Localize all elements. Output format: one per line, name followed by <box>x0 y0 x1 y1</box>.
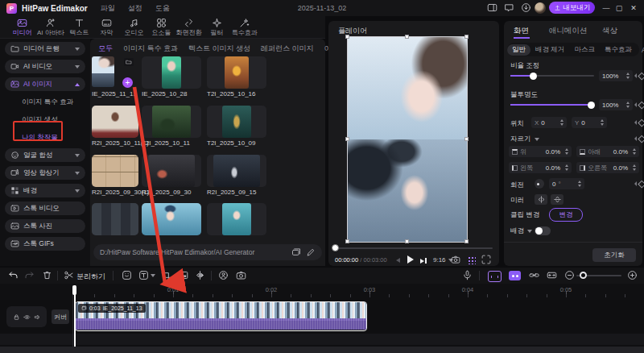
rotate-dial[interactable] <box>535 179 544 189</box>
output-path-bar[interactable]: D:/HitPaw Software/HitPaw Edimakor/AI Ge… <box>93 244 322 260</box>
menu-help[interactable]: 도움 <box>155 3 170 14</box>
cover-button[interactable]: 커버 <box>52 309 69 324</box>
maximize-button[interactable]: ▢ <box>613 0 625 16</box>
prev-frame-icon[interactable] <box>396 258 400 263</box>
background-toggle[interactable] <box>535 226 551 235</box>
ribbon-tab-text[interactable]: 텍스트 <box>67 16 92 37</box>
crop-label[interactable]: 자르기 <box>510 135 539 144</box>
library-item[interactable] <box>207 155 266 187</box>
sidebar-item-video-enhancer[interactable]: 영상 향상기 <box>5 166 85 180</box>
sidebar-item-ai-image[interactable]: AI 이미지 <box>5 77 85 91</box>
library-item[interactable] <box>207 203 266 235</box>
mirror-tool-icon[interactable] <box>195 270 205 280</box>
library-item[interactable] <box>207 56 266 89</box>
selection-handle[interactable] <box>464 35 469 39</box>
menu-settings[interactable]: 설정 <box>128 3 142 14</box>
minimize-button[interactable]: — <box>601 0 612 16</box>
selection-handle[interactable] <box>345 35 349 39</box>
library-item-selected[interactable]: + <box>92 56 138 89</box>
stepper-icon[interactable] <box>578 181 581 187</box>
selection-handle[interactable] <box>345 137 349 141</box>
zoom-out-icon[interactable] <box>564 270 575 280</box>
subtab-ai[interactable]: AI <box>637 46 644 54</box>
magnet-snap-icon[interactable] <box>509 271 521 280</box>
avatar-tool-icon[interactable] <box>218 270 229 280</box>
play-button[interactable] <box>407 255 414 264</box>
stepper-icon[interactable] <box>626 102 630 108</box>
change-clip-button[interactable]: 변경 <box>549 208 583 222</box>
player-scrubber[interactable] <box>335 247 493 249</box>
library-item[interactable] <box>142 56 201 89</box>
open-folder-icon[interactable] <box>291 247 301 257</box>
close-button[interactable]: ✕ <box>628 0 639 16</box>
subtab-mask[interactable]: 마스크 <box>569 45 600 55</box>
reset-button[interactable]: 초기화 <box>592 248 636 262</box>
crop-top-box[interactable]: 위 0.0% <box>509 146 572 157</box>
stepper-icon[interactable] <box>565 164 568 171</box>
sidebar-item-media-bank[interactable]: 미디어 은행 <box>5 42 85 56</box>
library-item[interactable] <box>142 106 201 138</box>
undo-icon[interactable] <box>8 270 19 280</box>
crop-bottom-box[interactable]: 아래 0.0% <box>576 146 639 157</box>
grid-overlay-icon[interactable] <box>467 255 476 264</box>
sticker-icon[interactable] <box>122 270 132 280</box>
empty-track-lane[interactable] <box>0 334 644 345</box>
preview-canvas[interactable] <box>348 37 467 242</box>
stepper-icon[interactable] <box>565 148 568 155</box>
stepper-icon[interactable] <box>633 164 636 171</box>
ribbon-tab-ai-avatar[interactable]: AI 아바타 <box>37 16 64 37</box>
sidebar-item-ai-video[interactable]: AI 비디오 <box>5 60 85 73</box>
position-x-box[interactable]: X0 <box>531 117 567 128</box>
scale-slider[interactable] <box>510 75 594 77</box>
camera-tool-icon[interactable] <box>236 270 246 280</box>
subtab-general[interactable]: 일반 <box>507 44 530 56</box>
library-item[interactable] <box>92 203 138 235</box>
split-scissors-icon[interactable] <box>64 270 74 280</box>
tab-color[interactable]: 색상 <box>602 26 617 36</box>
delete-icon[interactable] <box>42 270 52 280</box>
fit-timeline-icon[interactable] <box>547 270 557 280</box>
lock-track-icon[interactable] <box>13 314 20 321</box>
download-icon[interactable] <box>521 2 531 13</box>
sidebar-item-stock-gifs[interactable]: 스톡 GIFs <box>5 237 85 251</box>
subtab-effects[interactable]: 특수효과 <box>600 45 637 55</box>
subtab-remove-bg[interactable]: 배경 제거 <box>530 45 569 55</box>
aspect-ratio-dropdown[interactable]: 9:16 <box>433 256 453 264</box>
scale-value-box[interactable]: 100% <box>599 70 633 81</box>
selection-handle[interactable] <box>464 239 469 243</box>
background-label[interactable]: 배경 <box>510 226 532 236</box>
zoom-in-icon[interactable] <box>627 270 638 280</box>
menu-file[interactable]: 파일 <box>101 3 115 14</box>
stepper-icon[interactable] <box>626 73 630 79</box>
export-button[interactable]: 내보내기 <box>549 2 595 14</box>
crop-left-box[interactable]: 왼쪽 0.0% <box>509 162 572 173</box>
position-keyframe-icon[interactable] <box>634 120 644 126</box>
sidebar-item-stock-video[interactable]: 스톡 비디오 <box>5 201 85 215</box>
redo-icon[interactable] <box>24 270 35 280</box>
timeline-ruler[interactable]: 0:01 0:02 0:03 0:04 0:05 <box>0 284 644 300</box>
stepper-icon[interactable] <box>601 119 604 126</box>
sidebar-item-background[interactable]: 배경 <box>5 184 85 197</box>
hide-track-icon[interactable] <box>23 314 31 321</box>
timeline-scrollbar-area[interactable] <box>0 347 644 353</box>
selection-handle[interactable] <box>405 35 409 39</box>
tab-animation[interactable]: 애니메이션 <box>549 26 588 36</box>
crop-right-box[interactable]: 오른쪽 0.0% <box>576 162 639 173</box>
scrubber-knob[interactable] <box>332 244 339 251</box>
layout-panels-icon[interactable] <box>487 2 497 13</box>
opacity-keyframe-icon[interactable] <box>634 102 644 108</box>
split-label[interactable]: 분리하기 <box>76 272 105 282</box>
voiceover-mic-icon[interactable] <box>462 270 473 280</box>
flip-horizontal-icon[interactable] <box>535 194 547 205</box>
add-to-timeline-button[interactable]: + <box>122 77 133 88</box>
selection-handle[interactable] <box>345 239 349 243</box>
selection-handle[interactable] <box>405 239 409 243</box>
playhead-handle[interactable] <box>72 285 76 295</box>
ribbon-tab-subtitle[interactable]: 자막 <box>94 16 119 37</box>
ribbon-tab-transition[interactable]: 화면전환 <box>176 16 202 37</box>
crop-keyframe-icon[interactable] <box>634 136 644 142</box>
ripple-edit-toggle-icon[interactable] <box>488 271 502 282</box>
timeline-zoom-knob[interactable] <box>580 272 587 279</box>
sidebar-item-stock-photo[interactable]: 스톡 사진 <box>5 219 85 233</box>
sidebar-item-face-swap[interactable]: 얼굴 합성 <box>5 148 85 162</box>
